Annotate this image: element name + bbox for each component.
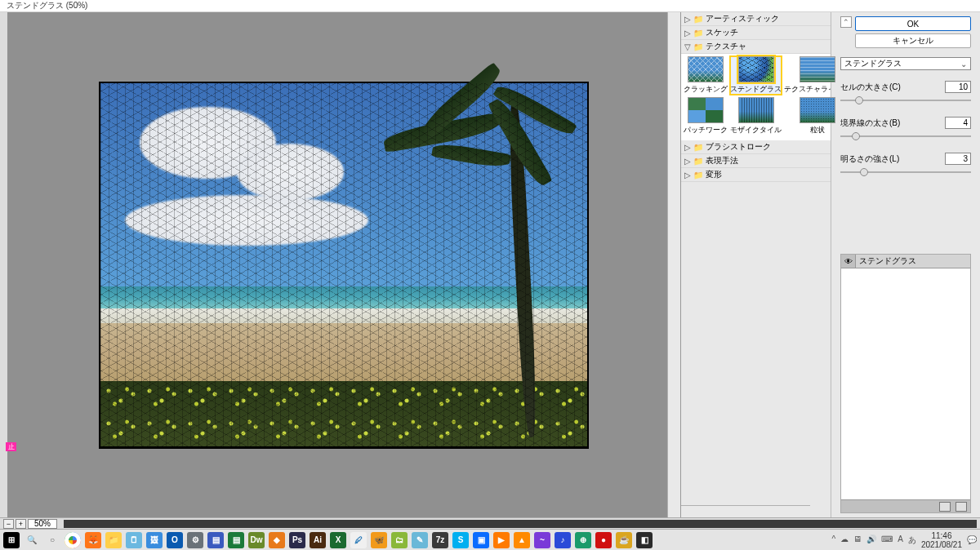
taskbar-app-icon[interactable]: ⊕ (575, 532, 591, 548)
taskbar-app-icon[interactable]: Dw (248, 532, 265, 548)
taskbar-app-icon[interactable]: ◆ (269, 532, 285, 548)
folder-icon: 📁 (693, 143, 703, 152)
dropdown-value: ステンドグラス (844, 58, 902, 69)
border-width-slider[interactable] (840, 131, 971, 142)
tray-icon[interactable]: ⌨ (881, 534, 893, 546)
taskbar-app-icon[interactable]: 🖼 (146, 532, 163, 548)
tray-icon[interactable]: ☁ (840, 534, 849, 546)
taskbar-app-icon[interactable]: ♪ (555, 532, 571, 548)
zoom-out-button[interactable]: − (3, 519, 14, 529)
notifications-icon[interactable]: 💬 (967, 535, 977, 544)
taskbar-app-icon[interactable]: 🔍 (24, 532, 40, 548)
taskbar-app-icon[interactable]: ▶ (493, 532, 510, 548)
category-label: スケッチ (706, 27, 738, 38)
tray-icon[interactable]: A (898, 534, 903, 546)
taskbar-app-icon[interactable]: X (330, 532, 346, 548)
filter-category[interactable]: ▷📁変形 (681, 168, 831, 182)
triangle-right-icon: ▷ (684, 143, 691, 152)
taskbar-app-icon[interactable]: 🗒 (126, 532, 142, 548)
taskbar-app-icon[interactable]: ● (595, 532, 612, 548)
filter-category[interactable]: ▷📁表現手法 (681, 154, 831, 168)
filter-preview[interactable] (99, 82, 589, 449)
gallery-scrollbar[interactable] (681, 505, 810, 517)
taskbar-app-icon[interactable]: ▤ (228, 532, 244, 548)
filter-category[interactable]: ▷📁スケッチ (681, 26, 831, 40)
cell-size-label: セルの大きさ(C) (840, 82, 945, 93)
triangle-right-icon: ▷ (684, 29, 691, 38)
taskbar-app-icon[interactable]: ▤ (207, 532, 224, 548)
delete-effect-layer-button[interactable] (956, 502, 967, 512)
taskbar-app-icon[interactable]: 📁 (105, 532, 122, 548)
taskbar-app-icon[interactable]: ▣ (473, 532, 489, 548)
slider-thumb[interactable] (855, 96, 863, 104)
taskbar-app-icon[interactable]: ⊞ (3, 532, 20, 548)
zoom-value-input[interactable] (28, 519, 57, 529)
taskbar-app-icon[interactable]: ⚙ (187, 532, 203, 548)
cancel-button[interactable]: キャンセル (855, 33, 971, 48)
system-tray: ^☁🖥🔊⌨Aあ 11:462021/08/21 💬 (832, 531, 977, 549)
taskbar-app-icon[interactable]: O (167, 532, 183, 548)
tray-icon[interactable]: あ (908, 534, 916, 546)
effect-layer-stack: 👁 ステンドグラス (840, 254, 971, 513)
expand-toggle[interactable]: ⌃ (840, 16, 852, 28)
thumbnail-label: モザイクタイル (730, 125, 782, 135)
cell-size-slider[interactable] (840, 95, 971, 106)
taskbar-app-icon[interactable]: S (452, 532, 469, 548)
filter-thumbnail[interactable]: クラッキング (684, 56, 728, 95)
taskbar-app-icon[interactable]: Ai (310, 532, 326, 548)
taskbar-app-icon[interactable]: 🗂 (391, 532, 408, 548)
thumbnail-label: ステンドグラス (730, 84, 782, 95)
thumbnail-image (688, 56, 724, 82)
new-effect-layer-button[interactable] (939, 502, 951, 512)
tray-icon[interactable]: 🔊 (866, 534, 876, 546)
zoom-in-button[interactable]: + (16, 519, 26, 529)
folder-icon: 📁 (693, 157, 703, 166)
filter-category[interactable]: ▽📁テクスチャ (681, 40, 831, 54)
tray-icon[interactable]: ^ (832, 534, 836, 546)
taskbar-app-icon[interactable]: ✎ (412, 532, 428, 548)
thumbnail-image (800, 56, 835, 82)
taskbar-app-icon[interactable]: Ps (289, 532, 305, 548)
triangle-down-icon: ▽ (684, 42, 691, 51)
filter-thumbnail[interactable]: モザイクタイル (730, 97, 782, 135)
taskbar-clock[interactable]: 11:462021/08/21 (921, 531, 962, 549)
taskbar-app-icon[interactable]: ☕ (616, 532, 632, 548)
taskbar-app-icon[interactable] (65, 532, 81, 548)
triangle-right-icon: ▷ (684, 15, 691, 24)
effect-layer-title[interactable]: ステンドグラス (856, 255, 970, 268)
thumbnail-label: 粒状 (810, 125, 825, 135)
thumbnail-image (738, 56, 774, 82)
taskbar-app-icon[interactable]: 7z (432, 532, 448, 548)
visibility-eye-icon[interactable]: 👁 (841, 255, 856, 268)
taskbar-app-icon[interactable]: ~ (534, 532, 550, 548)
slider-thumb[interactable] (852, 132, 860, 140)
taskbar-app-icon[interactable]: 🦊 (85, 532, 101, 548)
filter-select-dropdown[interactable]: ステンドグラス ⌄ (840, 57, 971, 70)
category-label: アーティスティック (706, 13, 779, 24)
folder-icon: 📁 (693, 171, 703, 180)
category-label: テクスチャ (706, 41, 746, 52)
thumbnail-label: パッチワーク (684, 125, 728, 135)
stop-flag-marker: 止 (6, 442, 16, 451)
filter-thumbnail[interactable]: パッチワーク (684, 97, 728, 135)
zoom-bar: − + (0, 517, 980, 529)
tray-icon[interactable]: 🖥 (853, 534, 862, 546)
filter-thumbnail[interactable]: ステンドグラス (730, 56, 782, 95)
window-title: ステンドグラス (50%) (7, 0, 87, 11)
brightness-slider[interactable] (840, 166, 971, 178)
slider-thumb[interactable] (860, 168, 868, 176)
taskbar-app-icon[interactable]: 🖊 (350, 532, 367, 548)
taskbar-app-icon[interactable]: ○ (44, 532, 60, 548)
border-width-input[interactable] (945, 117, 971, 129)
taskbar-app-icon[interactable]: ◧ (636, 532, 653, 548)
ok-button[interactable]: OK (855, 16, 971, 31)
brightness-input[interactable] (945, 153, 971, 165)
category-label: ブラシストローク (706, 141, 771, 153)
taskbar-app-icon[interactable]: 🦋 (371, 532, 387, 548)
triangle-right-icon: ▷ (684, 171, 691, 180)
filter-category[interactable]: ▷📁ブラシストローク (681, 140, 831, 154)
taskbar-app-icon[interactable]: ▲ (514, 532, 530, 548)
category-label: 変形 (706, 169, 722, 180)
cell-size-input[interactable] (945, 81, 971, 93)
filter-category[interactable]: ▷📁アーティスティック (681, 12, 831, 26)
